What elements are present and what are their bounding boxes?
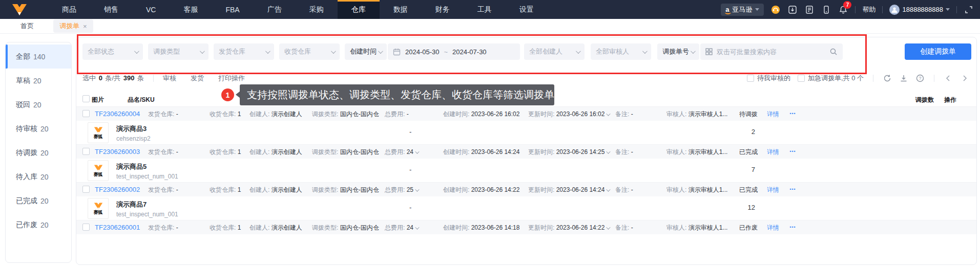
menu-item-service[interactable]: 客服: [170, 0, 212, 19]
row-checkbox[interactable]: [82, 110, 90, 117]
from-warehouse-select[interactable]: 发货仓库: [214, 43, 274, 60]
select-all-checkbox[interactable]: [82, 95, 90, 102]
status-select[interactable]: 全部状态: [82, 43, 143, 60]
search-field-select[interactable]: 调拨单号: [657, 43, 699, 60]
tab-transfer-orders[interactable]: 调拨单 ×: [53, 19, 93, 33]
order-number-link[interactable]: TF2306260003: [95, 148, 140, 155]
task-list-icon[interactable]: [804, 5, 815, 15]
transfer-type-select[interactable]: 调拨类型: [148, 43, 208, 60]
fullscreen-icon[interactable]: [964, 5, 974, 15]
detail-link[interactable]: 详情: [767, 224, 779, 232]
sidebar-item-all[interactable]: 全部 140: [6, 44, 71, 69]
tab-home[interactable]: 首页: [14, 19, 40, 33]
print-actions-dropdown[interactable]: 打印操作: [218, 74, 248, 83]
menu-item-finance[interactable]: 财务: [422, 0, 464, 19]
product-image: 赛狐: [88, 160, 109, 181]
menu-item-warehouse[interactable]: 仓库: [338, 0, 380, 19]
from-warehouse-value: -: [176, 186, 178, 193]
create-transfer-order-button[interactable]: 创建调拨单: [905, 43, 971, 60]
updated-time-dropdown[interactable]: 更新时间: 2023-06-26 14:22: [528, 224, 609, 232]
download-center-icon[interactable]: [787, 5, 798, 15]
cost-label: 总费用:: [385, 110, 405, 118]
more-actions-icon[interactable]: ⋯: [789, 224, 796, 231]
prev-page-icon[interactable]: [944, 74, 953, 83]
user-account-menu[interactable]: 18888888888: [889, 5, 950, 15]
auditor-select[interactable]: 全部审核人: [591, 43, 651, 60]
sidebar-item-pending-audit[interactable]: 待审核 20: [6, 117, 71, 141]
detail-link[interactable]: 详情: [767, 110, 779, 119]
brand-fox-logo-icon[interactable]: [9, 3, 30, 17]
cost-dropdown[interactable]: 总费用: 25: [385, 186, 418, 194]
updated-time-dropdown[interactable]: 更新时间: 2023-06-26 14:24: [528, 186, 609, 194]
sidebar-item-draft[interactable]: 草稿 20: [6, 69, 71, 93]
column-header-qty: 调拨数: [915, 96, 934, 104]
cost-dropdown[interactable]: 总费用: 24: [385, 224, 418, 232]
type-label: 调拨类型:: [312, 110, 338, 118]
my-audit-checkbox[interactable]: 待我审核的: [747, 74, 790, 83]
creator-select[interactable]: 全部创建人: [524, 43, 585, 60]
menu-item-products[interactable]: 商品: [48, 0, 90, 19]
mobile-app-icon[interactable]: [821, 5, 831, 15]
marketplace-label: 亚马逊: [732, 5, 752, 14]
ship-button[interactable]: 发货: [191, 74, 204, 83]
menu-item-purchase[interactable]: 采购: [296, 0, 338, 19]
order-number-link[interactable]: TF2306260004: [95, 110, 140, 118]
status-badge: 已完成: [739, 186, 758, 194]
row-checkbox[interactable]: [82, 186, 90, 193]
order-number-link[interactable]: TF2306260001: [95, 224, 140, 231]
menu-item-ads[interactable]: 广告: [254, 0, 296, 19]
urgent-orders-checkbox[interactable]: 加急调拨单,共 0 个: [798, 74, 864, 83]
detail-link[interactable]: 详情: [767, 148, 779, 157]
sidebar-item-count: 20: [40, 173, 49, 181]
menu-item-data[interactable]: 数据: [380, 0, 422, 19]
sidebar-item-voided[interactable]: 已作废 20: [6, 213, 71, 237]
chevron-down-icon: [378, 49, 383, 54]
updated-value: 2023-06-26 14:25: [556, 148, 605, 155]
time-field-select[interactable]: 创建时间: [345, 43, 387, 60]
next-page-icon[interactable]: [960, 74, 969, 83]
more-actions-icon[interactable]: ⋯: [789, 186, 796, 193]
to-warehouse-select[interactable]: 收货仓库: [279, 43, 340, 60]
more-actions-icon[interactable]: ⋯: [789, 110, 796, 117]
auditor-label: 审核人:: [666, 148, 686, 155]
order-number-link[interactable]: TF2306260002: [95, 186, 140, 193]
close-icon[interactable]: ×: [83, 23, 87, 30]
checkbox[interactable]: [747, 75, 754, 82]
help-icon[interactable]: ?: [915, 74, 925, 83]
support-icon[interactable]: [770, 5, 781, 15]
menu-item-vc[interactable]: VC: [132, 0, 170, 19]
menu-item-settings[interactable]: 设置: [506, 0, 548, 19]
detail-link[interactable]: 详情: [767, 186, 779, 194]
search-input[interactable]: [717, 48, 825, 56]
export-download-icon[interactable]: [899, 74, 908, 83]
row-checkbox[interactable]: [82, 224, 90, 231]
date-range-picker[interactable]: 2024-05-30 ~ 2024-07-30: [388, 43, 520, 60]
sidebar-item-rejected[interactable]: 驳回 20: [6, 93, 71, 117]
marketplace-selector[interactable]: a 亚马逊: [721, 4, 764, 16]
cost-dropdown[interactable]: 总费用: 24: [385, 148, 418, 157]
sidebar-item-pending-transfer[interactable]: 待调拨 20: [6, 141, 71, 165]
keyword-search-box[interactable]: [700, 43, 843, 60]
menu-item-tools[interactable]: 工具: [464, 0, 506, 19]
menu-item-fba[interactable]: FBA: [212, 0, 253, 19]
notifications-bell-icon[interactable]: 7: [838, 5, 848, 15]
updated-time-dropdown[interactable]: 更新时间: 2023-06-26 16:02: [528, 110, 609, 119]
tab-label: 调拨单: [59, 21, 79, 31]
audit-button[interactable]: 审核: [163, 74, 176, 83]
from-warehouse-label: 发货仓库:: [148, 186, 174, 193]
date-start-value: 2024-05-30: [405, 48, 440, 56]
updated-time-dropdown[interactable]: 更新时间: 2023-06-26 14:25: [528, 148, 609, 157]
sidebar-item-count: 20: [40, 125, 49, 133]
search-icon[interactable]: [829, 48, 838, 56]
remark-label: 备注:: [615, 110, 629, 118]
sidebar-item-pending-inbound[interactable]: 待入库 20: [6, 165, 71, 189]
more-actions-icon[interactable]: ⋯: [789, 148, 796, 155]
checkbox[interactable]: [798, 75, 805, 82]
sidebar-item-completed[interactable]: 已完成 20: [6, 189, 71, 213]
to-warehouse-value: 收货仓库: [284, 47, 311, 56]
refresh-icon[interactable]: [883, 74, 892, 83]
help-link[interactable]: 帮助: [862, 5, 875, 14]
order-summary-row: TF2306260003 发货仓库: - 收货仓库: 1 创建人: 演示创建人 …: [76, 145, 976, 159]
menu-item-sales[interactable]: 销售: [90, 0, 132, 19]
row-checkbox[interactable]: [82, 148, 90, 155]
